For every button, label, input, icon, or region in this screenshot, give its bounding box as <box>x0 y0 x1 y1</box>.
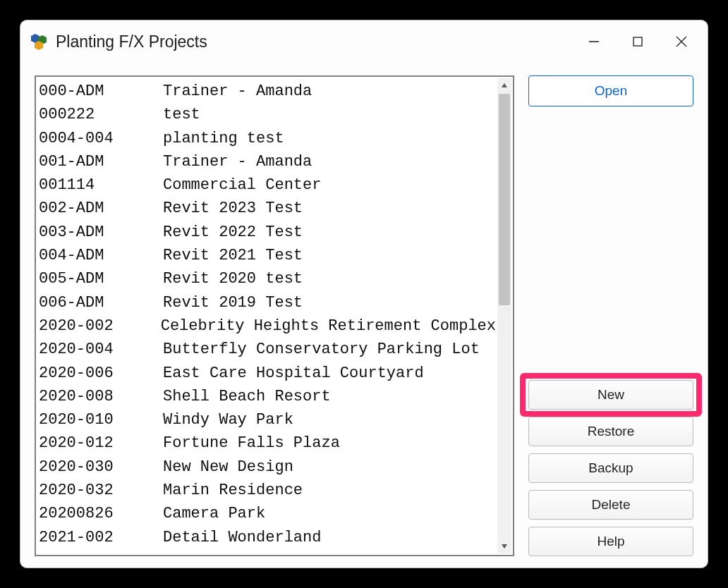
project-name: Butterfly Conservatory Parking Lot <box>163 338 480 361</box>
open-button[interactable]: Open <box>528 75 693 106</box>
maximize-button[interactable] <box>616 24 660 59</box>
list-item[interactable]: 0004-004planting test <box>39 127 496 150</box>
project-name: Camera Park <box>163 502 265 525</box>
list-item[interactable]: 001114Commercial Center <box>39 173 496 197</box>
project-id: 0004-004 <box>39 127 163 150</box>
list-item[interactable]: 003-ADMRevit 2022 Test <box>39 221 496 244</box>
dialog-window: Planting F/X Projects 000-ADMTrainer - A… <box>20 20 708 568</box>
project-name: planting test <box>163 127 284 150</box>
project-id: 2021-004 <box>39 549 163 552</box>
project-name: Windy Way Park <box>163 408 293 431</box>
backup-button[interactable]: Backup <box>528 453 693 483</box>
client-area: 000-ADMTrainer - Amanda000222test0004-00… <box>20 63 708 568</box>
project-id: 2020-012 <box>39 431 163 455</box>
project-id: 006-ADM <box>39 291 163 314</box>
scroll-down-icon[interactable] <box>497 539 511 553</box>
project-name: Commercial Center <box>163 173 321 197</box>
help-button[interactable]: Help <box>528 527 693 556</box>
list-item[interactable]: 20200826Camera Park <box>39 502 496 525</box>
project-id: 20200826 <box>39 502 163 525</box>
project-name: Fortune Falls Plaza <box>163 431 340 455</box>
project-name: New New Design <box>163 455 293 479</box>
project-name: East Care Hospital Courtyard <box>163 362 424 385</box>
list-item[interactable]: 000-ADMTrainer - Amanda <box>39 80 496 103</box>
list-item[interactable]: 2020-032Marin Residence <box>39 479 496 502</box>
list-item[interactable]: 2020-004Butterfly Conservatory Parking L… <box>39 338 496 361</box>
project-id: 005-ADM <box>39 267 163 290</box>
list-item[interactable]: 2021-004Rosewood Retirement Complex <box>39 549 496 552</box>
project-name: Revit 2019 Test <box>163 291 303 314</box>
window-title: Planting F/X Projects <box>56 32 207 51</box>
project-name: test <box>163 103 200 126</box>
project-id: 003-ADM <box>39 221 163 244</box>
svg-marker-7 <box>502 83 507 87</box>
list-item[interactable]: 004-ADMRevit 2021 Test <box>39 244 496 267</box>
titlebar: Planting F/X Projects <box>20 20 708 63</box>
restore-button[interactable]: Restore <box>528 417 693 446</box>
scroll-up-icon[interactable] <box>497 78 511 92</box>
svg-rect-4 <box>633 37 642 46</box>
scrollbar-thumb[interactable] <box>499 94 510 305</box>
project-name: Trainer - Amanda <box>163 150 312 173</box>
project-name: Revit 2023 Test <box>163 197 303 220</box>
button-sidebar: Open New Restore Backup Delete Help <box>528 75 693 556</box>
project-id: 2020-004 <box>39 338 163 361</box>
list-item[interactable]: 2020-008Shell Beach Resort <box>39 385 496 408</box>
list-item[interactable]: 2021-002Detail Wonderland <box>39 526 496 549</box>
project-name: Revit 2022 Test <box>163 221 303 244</box>
project-id: 002-ADM <box>39 197 163 220</box>
project-id: 2020-008 <box>39 385 163 408</box>
project-id: 2020-002 <box>39 314 161 338</box>
project-id: 001-ADM <box>39 150 163 173</box>
list-item[interactable]: 006-ADMRevit 2019 Test <box>39 291 496 314</box>
project-id: 2020-032 <box>39 479 163 502</box>
new-button[interactable]: New <box>528 380 693 410</box>
project-id: 000-ADM <box>39 80 163 103</box>
list-item[interactable]: 000222test <box>39 103 496 126</box>
project-name: Rosewood Retirement Complex <box>163 549 414 552</box>
minimize-button[interactable] <box>572 24 616 59</box>
app-icon <box>30 32 49 51</box>
project-name: Revit 2021 Test <box>163 244 303 267</box>
project-id: 2020-010 <box>39 408 163 431</box>
project-listbox[interactable]: 000-ADMTrainer - Amanda000222test0004-00… <box>35 75 514 556</box>
project-name: Celebrity Heights Retirement Complex <box>161 314 496 338</box>
project-id: 000222 <box>39 103 163 126</box>
project-id: 001114 <box>39 173 163 197</box>
project-id: 2021-002 <box>39 526 163 549</box>
project-name: Revit 2020 test <box>163 267 303 290</box>
list-item[interactable]: 2020-010Windy Way Park <box>39 408 496 431</box>
project-name: Trainer - Amanda <box>163 80 312 103</box>
project-id: 2020-006 <box>39 362 163 385</box>
svg-marker-8 <box>502 544 507 549</box>
list-item[interactable]: 005-ADMRevit 2020 test <box>39 267 496 290</box>
list-item[interactable]: 001-ADMTrainer - Amanda <box>39 150 496 173</box>
project-id: 2020-030 <box>39 455 163 479</box>
delete-button[interactable]: Delete <box>528 490 693 520</box>
scrollbar[interactable] <box>497 78 511 553</box>
close-button[interactable] <box>660 24 703 59</box>
list-item[interactable]: 2020-012Fortune Falls Plaza <box>39 431 496 455</box>
project-id: 004-ADM <box>39 244 163 267</box>
list-item[interactable]: 002-ADMRevit 2023 Test <box>39 197 496 220</box>
list-item[interactable]: 2020-006East Care Hospital Courtyard <box>39 362 496 385</box>
project-name: Shell Beach Resort <box>163 385 331 408</box>
list-item[interactable]: 2020-030New New Design <box>39 455 496 479</box>
project-name: Detail Wonderland <box>163 526 321 549</box>
list-item[interactable]: 2020-002Celebrity Heights Retirement Com… <box>39 314 496 338</box>
project-name: Marin Residence <box>163 479 303 502</box>
